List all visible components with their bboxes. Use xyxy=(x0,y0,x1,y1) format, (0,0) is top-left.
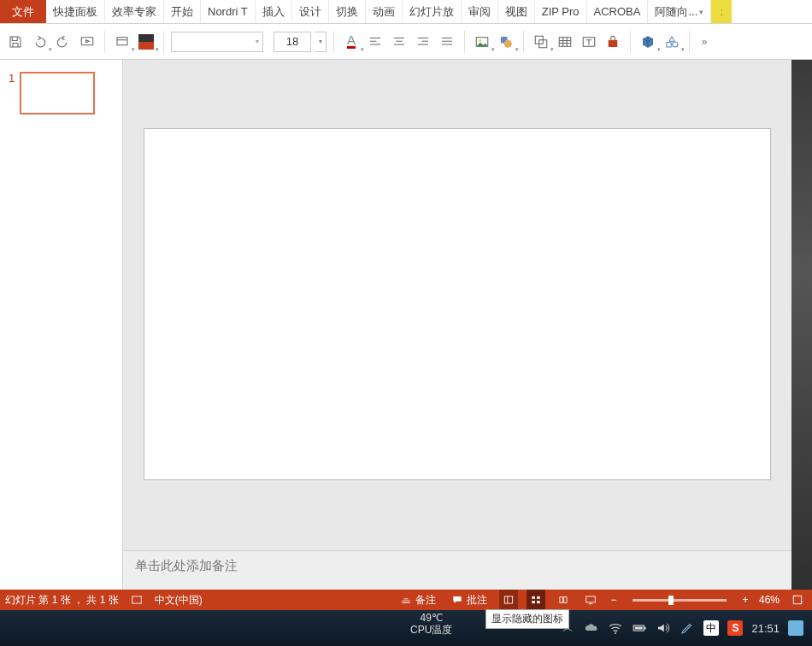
separator xyxy=(333,31,334,53)
onedrive-icon[interactable] xyxy=(584,620,599,636)
separator xyxy=(523,31,524,53)
align-left-button[interactable] xyxy=(365,32,385,52)
right-background-strip xyxy=(791,60,812,590)
system-tray: ︿ 中 S 21:51 xyxy=(560,620,812,636)
zoom-out-button[interactable]: − xyxy=(609,594,619,606)
tab-addon-yellow[interactable]: ; xyxy=(711,0,732,23)
slide-canvas-viewport[interactable] xyxy=(123,60,791,550)
zoom-in-button[interactable]: + xyxy=(740,594,750,606)
tab-file[interactable]: 文件 xyxy=(0,0,46,23)
chevron-down-icon[interactable]: ▾ xyxy=(361,46,364,53)
slide-thumbnail[interactable]: 1 xyxy=(9,72,114,115)
slide-counter: 幻灯片 第 1 张 ， 共 1 张 xyxy=(5,593,119,608)
undo-button[interactable]: ▾ xyxy=(29,32,50,52)
notes-icon xyxy=(400,594,412,606)
toolbar-overflow-button[interactable]: » xyxy=(697,36,712,48)
redo-button[interactable] xyxy=(53,32,74,52)
svg-rect-17 xyxy=(537,601,540,603)
svg-rect-8 xyxy=(559,37,571,46)
tab-review[interactable]: 审阅 xyxy=(462,0,498,23)
chevron-down-icon[interactable]: ▾ xyxy=(49,46,52,53)
tab-asuixiang[interactable]: 阿随向...▾ xyxy=(648,0,711,23)
cpu-temp-widget[interactable]: 49℃ CPU温度 xyxy=(410,612,452,636)
save-button[interactable] xyxy=(5,32,26,52)
slideshow-view-button[interactable] xyxy=(581,590,600,610)
arrange-button[interactable]: ▾ xyxy=(531,32,551,52)
chevron-down-icon[interactable]: ▾ xyxy=(491,46,495,53)
tab-quickpanel[interactable]: 快捷面板 xyxy=(46,0,105,23)
store-button[interactable] xyxy=(603,32,623,52)
shapes-gallery-button[interactable]: ▾ xyxy=(662,32,682,52)
svg-rect-0 xyxy=(81,37,93,44)
font-name-input[interactable]: ▾ xyxy=(171,32,263,52)
tab-view[interactable]: 视图 xyxy=(498,0,535,23)
svg-rect-1 xyxy=(117,37,127,44)
separator xyxy=(163,31,164,53)
insert-picture-button[interactable]: ▾ xyxy=(472,32,492,52)
tray-tooltip: 显示隐藏的图标 xyxy=(485,609,569,629)
svg-rect-12 xyxy=(132,596,141,603)
zoom-percent[interactable]: 46% xyxy=(759,594,780,606)
chevron-down-icon: ▾ xyxy=(256,38,259,45)
chevron-down-icon[interactable]: ▾ xyxy=(515,46,519,53)
chevron-down-icon[interactable]: ▾ xyxy=(657,46,661,53)
comments-toggle-button[interactable]: 批注 xyxy=(448,590,491,610)
tab-acrobat[interactable]: ACROBA xyxy=(587,0,649,23)
tab-transition[interactable]: 切换 xyxy=(329,0,366,23)
fit-to-window-button[interactable] xyxy=(788,590,807,610)
slide-sorter-view-button[interactable] xyxy=(527,590,545,610)
insert-shape-button[interactable]: ▾ xyxy=(496,32,516,52)
spellcheck-button[interactable] xyxy=(127,590,146,610)
textbox-button[interactable] xyxy=(579,32,599,52)
reading-view-button[interactable] xyxy=(554,590,573,610)
ime-indicator[interactable]: 中 xyxy=(703,620,719,636)
zoom-slider-thumb[interactable] xyxy=(668,596,674,605)
align-center-button[interactable] xyxy=(389,32,409,52)
volume-icon[interactable] xyxy=(656,620,671,636)
tab-slideshow[interactable]: 幻灯片放 xyxy=(403,0,462,23)
chevron-down-icon[interactable]: ▾ xyxy=(681,46,685,53)
clock[interactable]: 21:51 xyxy=(751,622,780,635)
pen-icon[interactable] xyxy=(680,620,695,636)
font-size-input[interactable]: 18 xyxy=(274,32,311,52)
tab-efficiency[interactable]: 效率专家 xyxy=(105,0,164,23)
3d-model-button[interactable]: ▾ xyxy=(638,32,658,52)
svg-rect-13 xyxy=(504,596,512,603)
workspace: 1 单击此处添加备注 xyxy=(0,60,812,590)
svg-point-20 xyxy=(615,632,617,634)
font-color-button[interactable]: A▾ xyxy=(341,32,362,52)
slide-thumbnail-preview[interactable] xyxy=(20,72,95,115)
action-center-icon[interactable] xyxy=(788,620,803,636)
tab-design[interactable]: 设计 xyxy=(292,0,329,23)
start-from-beginning-button[interactable] xyxy=(77,32,97,52)
chevron-down-icon[interactable]: ▾ xyxy=(156,46,159,53)
tab-animation[interactable]: 动画 xyxy=(366,0,403,23)
slide-canvas[interactable] xyxy=(144,128,771,480)
table-button[interactable] xyxy=(555,32,575,52)
notes-toggle-button[interactable]: 备注 xyxy=(397,590,439,610)
svg-point-11 xyxy=(673,42,678,47)
tab-home[interactable]: 开始 xyxy=(164,0,201,23)
notes-pane[interactable]: 单击此处添加备注 xyxy=(123,550,791,590)
svg-rect-19 xyxy=(793,596,801,603)
tab-nordri[interactable]: Nordri T xyxy=(201,0,256,23)
slide-thumbnail-pane[interactable]: 1 xyxy=(0,60,123,590)
tab-insert[interactable]: 插入 xyxy=(256,0,292,23)
new-slide-button[interactable]: ▾ xyxy=(112,32,132,52)
align-right-button[interactable] xyxy=(413,32,433,52)
tab-zippro[interactable]: ZIP Pro xyxy=(535,0,587,23)
normal-view-button[interactable] xyxy=(499,590,518,610)
chevron-down-icon[interactable]: ▾ xyxy=(132,46,135,53)
battery-icon[interactable] xyxy=(632,620,647,636)
chevron-down-icon[interactable]: ▾ xyxy=(550,46,554,53)
zoom-slider[interactable] xyxy=(633,599,727,602)
ribbon-toolbar: ▾ ▾ ▾ ▾ 18 ▾ A▾ ▾ ▾ ▾ ▾ ▾ » xyxy=(0,24,812,60)
font-size-dropdown[interactable]: ▾ xyxy=(315,32,327,52)
theme-color-button[interactable]: ▾ xyxy=(136,32,156,52)
sogou-ime-icon[interactable]: S xyxy=(727,620,743,636)
align-justify-button[interactable] xyxy=(437,32,457,52)
wifi-icon[interactable] xyxy=(608,620,623,636)
svg-rect-23 xyxy=(635,627,643,630)
language-indicator[interactable]: 中文(中国) xyxy=(155,593,203,608)
separator xyxy=(689,31,690,53)
